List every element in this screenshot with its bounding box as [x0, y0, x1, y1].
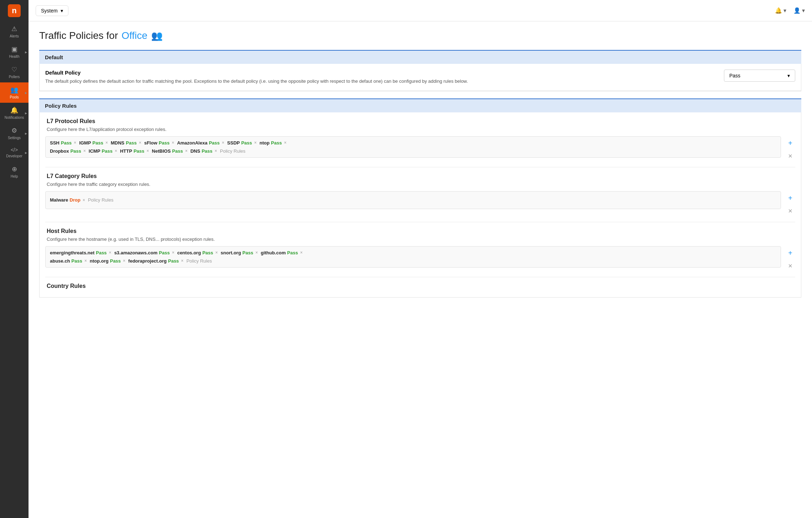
pools-icon: 👥 — [10, 86, 18, 94]
bell-icon: 🔔 — [775, 7, 782, 14]
host-rules-placeholder: Policy Rules — [186, 258, 212, 264]
default-policy-row: Default Policy The default policy define… — [40, 64, 801, 91]
remove-tag-button[interactable]: × — [284, 140, 287, 145]
add-l7-protocol-rule-button[interactable]: + — [785, 138, 795, 148]
list-item: ntop.org Pass × — [90, 258, 125, 264]
remove-tag-button[interactable]: × — [109, 250, 111, 255]
sidebar-item-label: Health — [9, 55, 20, 59]
remove-tag-button[interactable]: × — [123, 258, 125, 263]
list-item: HTTP Pass × — [120, 148, 149, 154]
l7-protocol-placeholder: Policy Rules — [220, 148, 246, 154]
sidebar-item-help[interactable]: ⊕ Help — [0, 162, 29, 182]
remove-host-rules-button[interactable]: × — [785, 261, 795, 271]
app-logo[interactable]: n — [0, 0, 29, 21]
policy-rules-section-header: Policy Rules — [39, 98, 801, 112]
l7-category-placeholder: Policy Rules — [88, 197, 114, 203]
dropdown-arrow-icon: ▾ — [61, 8, 63, 14]
sidebar-item-label: Settings — [8, 136, 21, 140]
list-item: s3.amazonaws.com Pass × — [114, 250, 174, 255]
list-item: IGMP Pass × — [79, 140, 108, 146]
remove-l7-protocol-rules-button[interactable]: × — [785, 151, 795, 161]
sidebar-item-pools[interactable]: 👥 Pools ▶ — [0, 82, 29, 103]
list-item: ICMP Pass × — [89, 148, 117, 154]
l7-category-actions: + × — [785, 191, 795, 216]
sidebar-item-label: Help — [11, 174, 18, 178]
list-item: SSH Pass × — [50, 140, 76, 146]
sidebar-item-alerts[interactable]: ⚠ Alerts — [0, 21, 29, 42]
list-item: MDNS Pass × — [111, 140, 142, 146]
remove-tag-button[interactable]: × — [300, 250, 303, 255]
top-nav-right: 🔔 ▾ 👤 ▾ — [775, 7, 805, 14]
user-dropdown-arrow: ▾ — [802, 7, 805, 14]
sidebar-item-health[interactable]: ▣ Health ▶ — [0, 42, 29, 62]
default-section-header: Default — [39, 50, 801, 64]
expand-arrow: ▶ — [25, 151, 27, 154]
remove-tag-button[interactable]: × — [254, 140, 257, 145]
group-name[interactable]: Office — [122, 30, 148, 41]
list-item: AmazonAlexa Pass × — [177, 140, 225, 146]
remove-tag-button[interactable]: × — [181, 258, 184, 263]
sidebar-item-label: Developer — [6, 154, 22, 158]
sidebar-item-developer[interactable]: </> Developer ▶ — [0, 143, 29, 162]
expand-arrow: ▶ — [25, 50, 27, 54]
l7-protocol-tags-container[interactable]: SSH Pass × IGMP Pass × MDNS — [45, 136, 781, 158]
list-item: centos.org Pass × — [177, 250, 218, 255]
l7-category-rules-title: L7 Category Rules — [45, 173, 795, 179]
l7-category-rules-section: L7 Category Rules Configure here the tra… — [45, 167, 795, 222]
settings-icon: ⚙ — [11, 127, 17, 134]
content-area: Traffic Policies for Office 👥 Default De… — [29, 21, 812, 518]
list-item: fedoraproject.org Pass × — [128, 258, 184, 264]
sidebar-item-label: Pollers — [9, 75, 20, 79]
list-item: emergingthreats.net Pass × — [50, 250, 111, 255]
remove-tag-button[interactable]: × — [172, 140, 174, 145]
sidebar-item-pollers[interactable]: ♡ Pollers — [0, 62, 29, 82]
remove-tag-button[interactable]: × — [84, 258, 87, 263]
remove-tag-button[interactable]: × — [172, 250, 174, 255]
default-policy-dropdown[interactable]: Pass ▾ — [724, 70, 795, 82]
sidebar-item-label: Notifications — [5, 116, 24, 120]
l7-protocol-rules-section: L7 Protocol Rules Configure here the L7/… — [45, 112, 795, 167]
pollers-icon: ♡ — [11, 66, 17, 73]
bell-dropdown-arrow: ▾ — [783, 7, 786, 14]
default-policy-description: The default policy defines the default a… — [45, 78, 724, 85]
remove-tag-button[interactable]: × — [215, 250, 218, 255]
remove-tag-button[interactable]: × — [147, 148, 149, 153]
remove-l7-category-rules-button[interactable]: × — [785, 206, 795, 216]
remove-tag-button[interactable]: × — [215, 148, 217, 153]
list-item: snort.org Pass × — [221, 250, 258, 255]
system-dropdown[interactable]: System ▾ — [36, 5, 68, 16]
list-item: NetBIOS Pass × — [152, 148, 187, 154]
sidebar-item-settings[interactable]: ⚙ Settings ▶ — [0, 123, 29, 143]
remove-tag-button[interactable]: × — [74, 140, 76, 145]
remove-tag-button[interactable]: × — [222, 140, 224, 145]
notifications-icon: 🔔 — [10, 106, 18, 114]
sidebar-item-notifications[interactable]: 🔔 Notifications ▶ — [0, 103, 29, 123]
sidebar: n ⚠ Alerts ▣ Health ▶ ♡ Pollers 👥 Pools … — [0, 0, 29, 518]
remove-tag-button[interactable]: × — [185, 148, 187, 153]
help-icon: ⊕ — [12, 165, 17, 173]
remove-tag-button[interactable]: × — [139, 140, 141, 145]
group-icon: 👥 — [151, 30, 163, 41]
policy-rules-container: L7 Protocol Rules Configure here the L7/… — [39, 112, 801, 298]
sidebar-item-label: Pools — [10, 95, 19, 99]
remove-tag-button[interactable]: × — [83, 148, 86, 153]
remove-tag-button[interactable]: × — [106, 140, 108, 145]
top-nav: System ▾ 🔔 ▾ 👤 ▾ — [29, 0, 812, 21]
dropdown-chevron-icon: ▾ — [787, 73, 790, 78]
user-button[interactable]: 👤 ▾ — [793, 7, 805, 14]
system-label: System — [41, 8, 58, 14]
remove-tag-button[interactable]: × — [255, 250, 258, 255]
sidebar-item-label: Alerts — [10, 34, 19, 38]
list-item: ntop Pass × — [259, 140, 287, 146]
main-area: System ▾ 🔔 ▾ 👤 ▾ Traffic Policies for Of… — [29, 0, 812, 518]
add-l7-category-rule-button[interactable]: + — [785, 193, 795, 203]
logo-icon: n — [8, 4, 21, 17]
host-tags-container[interactable]: emergingthreats.net Pass × s3.amazonaws.… — [45, 246, 781, 268]
l7-category-tags-container[interactable]: Malware Drop × Policy Rules — [45, 191, 781, 209]
list-item: Dropbox Pass × — [50, 148, 86, 154]
remove-tag-button[interactable]: × — [83, 198, 85, 203]
add-host-rule-button[interactable]: + — [785, 248, 795, 258]
l7-protocol-rules-desc: Configure here the L7/application protoc… — [45, 127, 795, 132]
remove-tag-button[interactable]: × — [115, 148, 117, 153]
notifications-button[interactable]: 🔔 ▾ — [775, 7, 786, 14]
